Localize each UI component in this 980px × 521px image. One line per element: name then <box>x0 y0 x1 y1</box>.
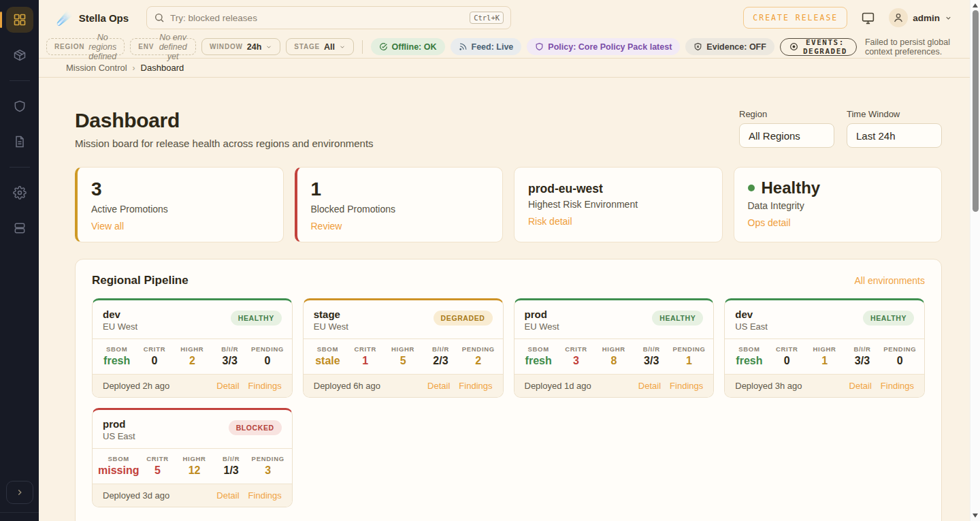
sidebar-divider <box>10 167 30 168</box>
sidebar-item-releases[interactable] <box>6 42 33 68</box>
sidebar-item-documents[interactable] <box>6 129 33 155</box>
metric-label: CRITR <box>557 345 595 353</box>
metric-value: 2/3 <box>422 355 459 367</box>
policy-shield-icon <box>535 42 544 51</box>
time-window-select[interactable]: Last 24h <box>847 123 942 148</box>
metric-value: 1 <box>346 355 384 367</box>
global-search[interactable]: Ctrl+K <box>146 6 511 29</box>
metric-label: B/I/R <box>213 455 250 462</box>
metric-label: SBOM <box>730 345 768 353</box>
monitor-icon <box>861 11 875 25</box>
sidebar-item-dashboard[interactable] <box>6 7 33 33</box>
scrollbar-thumb[interactable] <box>973 10 979 212</box>
document-icon <box>13 135 27 148</box>
risk-detail-link[interactable]: Risk detail <box>528 216 572 227</box>
user-icon <box>893 12 904 23</box>
metric-sbom: SBOMstale <box>309 345 346 367</box>
findings-link[interactable]: Findings <box>248 381 282 391</box>
region-select[interactable]: All Regions <box>739 123 834 148</box>
stat-label: Highest Risk Environment <box>528 199 708 210</box>
display-mode-button[interactable] <box>861 11 875 25</box>
status-badge: BLOCKED <box>229 420 282 435</box>
environment-grid: dev EU West HEALTHY SBOMfresh CRITR0 HIG… <box>92 298 925 507</box>
metric-label: B/I/R <box>633 345 670 353</box>
sidebar-item-infrastructure[interactable] <box>6 215 33 241</box>
user-menu[interactable]: admin <box>889 8 952 27</box>
scrollbar-down-arrow[interactable] <box>973 514 978 518</box>
regional-pipeline-panel: Regional Pipeline All environments dev E… <box>75 259 942 521</box>
context-bar: REGION No regions defined ENV No env def… <box>39 35 970 59</box>
detail-link[interactable]: Detail <box>216 381 239 391</box>
metric-sbom: SBOMfresh <box>98 345 135 367</box>
user-name: admin <box>913 13 940 23</box>
create-release-button[interactable]: CREATE RELEASE <box>743 7 847 29</box>
env-chip-label: ENV <box>138 43 154 50</box>
all-environments-link[interactable]: All environments <box>855 275 926 286</box>
breadcrumb-parent[interactable]: Mission Control <box>66 63 127 73</box>
metric-sbom: SBOMfresh <box>730 345 768 367</box>
env-card-header: prod US East BLOCKED <box>93 410 292 448</box>
top-bar-actions: CREATE RELEASE admin <box>743 7 952 29</box>
deployed-text: Deployed 3d ago <box>103 490 169 501</box>
stage-filter-chip[interactable]: STAGE All <box>286 38 354 55</box>
stat-value: prod-eu-west <box>528 179 708 195</box>
metric-value: 5 <box>139 464 176 477</box>
region-chip-value: No regions defined <box>88 33 116 61</box>
breadcrumb-current: Dashboard <box>141 63 184 73</box>
events-status-button[interactable]: EVENTS: DEGRADED <box>780 38 857 56</box>
env-identity: stage EU West <box>314 309 348 332</box>
sidebar-item-policy[interactable] <box>6 93 33 119</box>
env-metrics: SBOMfresh CRITR0 HIGHR2 B/I/R3/3 PENDING… <box>93 338 292 374</box>
env-region: EU West <box>525 321 559 332</box>
context-divider <box>362 40 363 54</box>
vertical-scrollbar[interactable] <box>970 0 980 521</box>
stats-row: 3 Active Promotions View all 1 Blocked P… <box>75 167 942 242</box>
review-link[interactable]: Review <box>311 221 342 232</box>
env-identity: dev US East <box>735 309 768 332</box>
ops-detail-link[interactable]: Ops detail <box>748 217 791 228</box>
sidebar-item-settings[interactable] <box>6 180 33 206</box>
events-status-text: EVENTS: DEGRADED <box>803 38 847 56</box>
metric-value: 8 <box>595 355 632 367</box>
region-filter-chip[interactable]: REGION No regions defined <box>46 38 125 55</box>
main-area: ☄️ Stella Ops Ctrl+K CREATE RELEASE <box>39 0 980 521</box>
env-card-prod-us-east: prod US East BLOCKED SBOMmissing CRITR5 … <box>92 408 293 507</box>
findings-link[interactable]: Findings <box>670 381 703 391</box>
package-icon <box>13 48 27 62</box>
view-all-link[interactable]: View all <box>91 221 124 232</box>
policy-status-text: Policy: Core Policy Pack latest <box>548 42 672 52</box>
search-input[interactable] <box>170 13 464 23</box>
metric-label: HIGHR <box>176 455 213 462</box>
circle-dot-icon <box>789 42 798 51</box>
stat-label: Active Promotions <box>91 204 270 215</box>
env-links: Detail Findings <box>216 381 281 391</box>
metric-value: 0 <box>135 355 173 367</box>
region-filter-label: Region <box>739 109 834 119</box>
sidebar-expand-button[interactable] <box>6 481 33 504</box>
rss-icon <box>459 42 468 51</box>
window-filter-chip[interactable]: WINDOW 24h <box>201 38 280 55</box>
env-card-prod-eu-west: prod EU West HEALTHY SBOMfresh CRITR3 HI… <box>514 298 715 398</box>
app-root: ☄️ Stella Ops Ctrl+K CREATE RELEASE <box>0 0 980 521</box>
detail-link[interactable]: Detail <box>849 381 872 391</box>
env-region: US East <box>103 431 135 441</box>
env-filter-chip[interactable]: ENV No env defined yet <box>130 38 196 55</box>
server-stack-icon <box>13 221 27 235</box>
findings-link[interactable]: Findings <box>881 381 914 391</box>
brand[interactable]: ☄️ Stella Ops <box>56 12 129 25</box>
detail-link[interactable]: Detail <box>427 381 450 391</box>
env-card-header: stage EU West DEGRADED <box>304 300 503 338</box>
findings-link[interactable]: Findings <box>459 381 492 391</box>
metric-value: 5 <box>384 355 421 367</box>
top-bar: ☄️ Stella Ops Ctrl+K CREATE RELEASE <box>39 0 970 35</box>
metric-value: missing <box>98 464 139 477</box>
scrollbar-up-arrow[interactable] <box>973 3 978 7</box>
deployed-text: Deployed 6h ago <box>314 381 380 391</box>
page-content: Dashboard Mission board for release heal… <box>39 78 970 521</box>
env-name: prod <box>525 309 559 320</box>
offline-status-text: Offline: OK <box>392 42 437 52</box>
detail-link[interactable]: Detail <box>638 381 661 391</box>
metric-value: fresh <box>98 355 135 367</box>
findings-link[interactable]: Findings <box>248 490 282 501</box>
detail-link[interactable]: Detail <box>216 490 239 501</box>
